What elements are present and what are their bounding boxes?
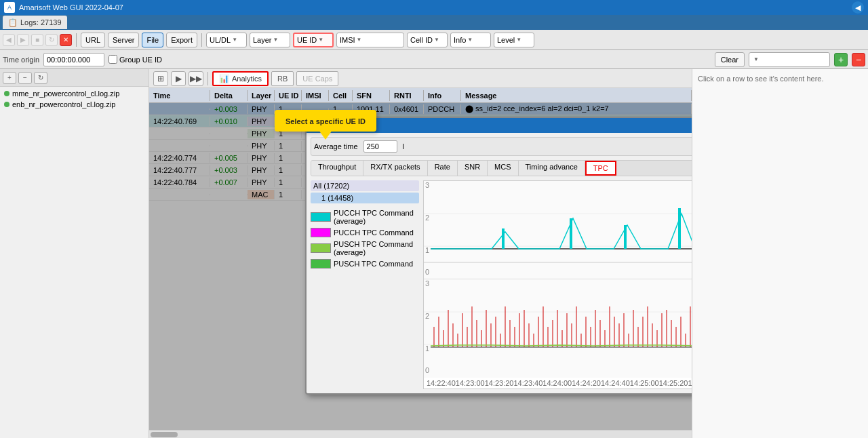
tab-rxtx[interactable]: RX/TX packets — [363, 161, 427, 176]
filter-dropdown[interactable]: ▼ — [749, 52, 830, 67]
legend-label-pucch-avg: PUCCH TPC Command (average) — [334, 209, 419, 225]
layer-arrow: ▼ — [273, 37, 278, 43]
nav-refresh[interactable]: ↻ — [45, 34, 58, 46]
remove-filter-button[interactable]: − — [852, 53, 865, 66]
title-bar: A Amarisoft Web GUI 2022-04-07 ◀ — [0, 0, 868, 15]
col-ue-id: UE ID — [275, 90, 302, 101]
logs-tab[interactable]: 📋 Logs: 27139 — [3, 16, 67, 29]
info-panel: Click on a row to see it's content here. — [692, 69, 868, 438]
legend-label-pusch-avg: PUSCH TPC Command (average) — [334, 240, 419, 256]
scroll-thumb[interactable] — [151, 432, 178, 437]
logs-tab-label: Logs: 27139 — [20, 18, 62, 26]
uecaps-button[interactable]: UE Caps — [296, 71, 338, 86]
analytics-tabs: Throughput RX/TX packets Rate SNR MCS Ti… — [311, 160, 692, 176]
tab-rate[interactable]: Rate — [428, 161, 458, 176]
clear-button[interactable]: Clear — [715, 52, 745, 67]
legend-pucch: PUCCH TPC Command — [311, 228, 419, 237]
tree-all[interactable]: All (17202) — [311, 180, 419, 191]
rb-button[interactable]: RB — [271, 71, 294, 86]
log-rows-container: +0.003 PHY 1 1 1001.11 0x4601 PDCCH ⬤ ss… — [149, 103, 692, 430]
sidebar-add-btn[interactable]: + — [3, 72, 16, 84]
tab-tpc[interactable]: TPC — [585, 161, 616, 176]
svg-text:1: 1 — [425, 344, 429, 353]
info-panel-text: Click on a row to see it's content here. — [698, 75, 824, 83]
tab-timing[interactable]: Timing advance — [519, 161, 585, 176]
time-origin-input[interactable] — [43, 53, 104, 66]
tab-throughput[interactable]: Throughput — [311, 161, 363, 176]
main-layout: + − ↻ mme_nr_powercontrol_cl.log.zip enb… — [0, 69, 868, 438]
legend-color-pucch-avg — [311, 212, 331, 222]
svg-rect-11 — [678, 208, 681, 249]
tab-mcs[interactable]: MCS — [488, 161, 518, 176]
legend-color-pusch — [311, 259, 331, 268]
server-button[interactable]: Server — [108, 33, 139, 47]
file-item-enb[interactable]: enb_nr_powercontrol_cl.log.zip — [1, 99, 147, 110]
time-origin-label: Time origin — [3, 56, 39, 64]
imsi-dropdown[interactable]: IMSI ▼ — [336, 33, 404, 47]
cell-id-label: Cell ID — [410, 36, 433, 44]
file-button[interactable]: File — [142, 33, 163, 47]
svg-rect-9 — [570, 218, 572, 249]
col-info: Info — [424, 90, 461, 101]
svg-text:3: 3 — [425, 181, 429, 189]
legend-pusch: PUSCH TPC Command — [311, 259, 419, 268]
nav-prev[interactable]: ◀ — [3, 34, 15, 46]
action-icon-2[interactable]: ▶ — [171, 71, 186, 86]
col-rnti: RNTI — [390, 90, 424, 101]
nav-close[interactable]: ✕ — [60, 34, 72, 46]
group-ue-id-wrapper: Group UE ID — [108, 55, 162, 64]
file-name-mme: mme_nr_powercontrol_cl.log.zip — [12, 89, 119, 98]
action-icon-1[interactable]: ⊞ — [153, 71, 168, 86]
avg-time-label: Average time — [314, 142, 358, 151]
svg-rect-8 — [502, 228, 505, 249]
group-ue-id-checkbox[interactable] — [108, 55, 117, 64]
col-sfn: SFN — [353, 90, 390, 101]
col-delta: Delta — [210, 90, 248, 101]
imsi-arrow: ▼ — [357, 37, 362, 43]
level-label: Level — [497, 36, 515, 44]
file-item-mme[interactable]: mme_nr_powercontrol_cl.log.zip — [1, 88, 147, 99]
ue-id-label: UE ID — [297, 36, 317, 44]
analytics-window: Analytics − □ ✕ Average time l — [305, 117, 692, 395]
add-filter-button[interactable]: + — [834, 53, 848, 66]
export-button[interactable]: Export — [166, 33, 197, 47]
info-dropdown[interactable]: Info ▼ — [450, 33, 491, 47]
svg-text:3: 3 — [425, 279, 429, 287]
tab-snr[interactable]: SNR — [458, 161, 488, 176]
ul-dl-dropdown[interactable]: UL/DL ▼ — [206, 33, 247, 47]
back-button[interactable]: ◀ — [852, 1, 864, 14]
sep2 — [201, 33, 202, 47]
tooltip-text: Select a specific UE ID — [285, 117, 366, 125]
log-table-header: Time Delta Layer UE ID IMSI Cell SFN RNT… — [149, 88, 692, 103]
chart-x-labels: 14:22:40 14:23:00 14:23:20 14:23:40 14:2… — [424, 378, 692, 389]
analytics-button[interactable]: 📊 Analytics — [212, 71, 269, 86]
layer-label: Layer — [253, 36, 272, 44]
cell-id-dropdown[interactable]: Cell ID ▼ — [407, 33, 448, 47]
url-button[interactable]: URL — [81, 33, 105, 47]
layer-dropdown[interactable]: Layer ▼ — [250, 33, 290, 47]
level-dropdown[interactable]: Level ▼ — [494, 33, 534, 47]
chart-bottom-svg: 3 2 1 0 — [424, 279, 692, 378]
sep1 — [76, 33, 77, 47]
horizontal-scrollbar[interactable] — [149, 430, 692, 438]
legend-pucch-avg: PUCCH TPC Command (average) — [311, 209, 419, 225]
col-imsi: IMSI — [302, 90, 329, 101]
sidebar-remove-btn[interactable]: − — [18, 72, 32, 84]
ue-id-dropdown[interactable]: UE ID ▼ — [293, 33, 334, 47]
col-message: Message — [461, 90, 692, 101]
analytics-content: All (17202) 1 (14458) PUCCH TPC Co — [311, 180, 692, 389]
chart-top: 3 2 1 0 — [424, 181, 692, 279]
nav-stop[interactable]: ■ — [31, 34, 43, 46]
avg-time-unit: l — [403, 142, 404, 151]
col-cell: Cell — [329, 90, 353, 101]
col-layer: Layer — [248, 90, 275, 101]
sidebar-refresh-btn[interactable]: ↻ — [34, 72, 47, 84]
action-icon-3[interactable]: ▶▶ — [189, 71, 203, 86]
svg-text:0: 0 — [425, 366, 429, 374]
nav-next[interactable]: ▶ — [17, 34, 29, 46]
tree-item[interactable]: 1 (14458) — [311, 193, 419, 203]
app-icon: A — [4, 2, 15, 13]
file-list: mme_nr_powercontrol_cl.log.zip enb_nr_po… — [0, 87, 149, 438]
file-name-enb: enb_nr_powercontrol_cl.log.zip — [12, 100, 115, 108]
avg-time-input[interactable] — [363, 140, 397, 153]
